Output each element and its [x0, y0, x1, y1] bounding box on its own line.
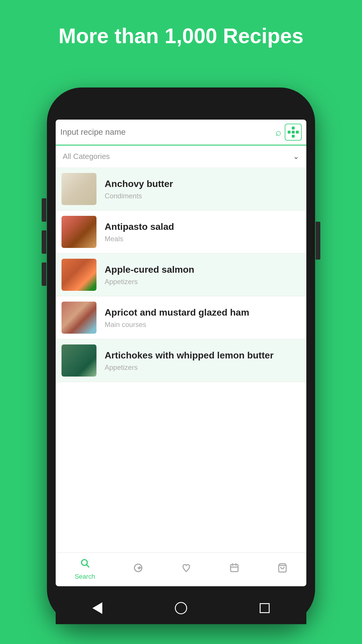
- phone-screen: ⌕ All Categories ⌄: [56, 120, 306, 586]
- power-button: [316, 222, 320, 260]
- search-icon[interactable]: ⌕: [275, 127, 281, 138]
- back-button[interactable]: [90, 601, 105, 615]
- calendar-nav-icon: [229, 563, 239, 575]
- svg-rect-5: [231, 565, 238, 572]
- cart-nav-icon: [277, 563, 287, 575]
- search-nav-icon: [80, 558, 90, 570]
- recipe-info: Anchovy butter Condiments: [105, 178, 301, 200]
- back-icon: [92, 602, 102, 614]
- recipe-category: Appetizers: [105, 278, 301, 286]
- recipe-name: Apple-cured salmon: [105, 264, 301, 275]
- recipe-item[interactable]: Anchovy butter Condiments: [56, 168, 306, 211]
- recipe-thumbnail: [61, 259, 96, 291]
- volume-up-button: [42, 198, 46, 222]
- recipe-name: Apricot and mustard glazed ham: [105, 307, 301, 318]
- grid-icon: [288, 127, 299, 138]
- search-nav-label: Search: [75, 573, 95, 580]
- recipe-info: Apricot and mustard glazed ham Main cour…: [105, 307, 301, 329]
- favorites-nav-icon: [181, 563, 191, 575]
- recipe-category: Appetizers: [105, 363, 301, 372]
- volume-down-button: [42, 230, 46, 254]
- recipe-thumbnail: [61, 216, 96, 248]
- recipe-item[interactable]: Apple-cured salmon Appetizers: [56, 253, 306, 296]
- phone-shell: ⌕ All Categories ⌄: [47, 88, 315, 624]
- home-button[interactable]: [174, 601, 188, 615]
- nav-item-favorites[interactable]: [181, 563, 191, 575]
- bottom-nav: Search: [56, 552, 306, 586]
- android-nav-bar: [56, 592, 306, 624]
- nav-item-search[interactable]: Search: [75, 558, 95, 580]
- recipe-thumbnail: [61, 344, 96, 377]
- recipe-thumbnail: [61, 302, 96, 334]
- recents-button[interactable]: [257, 601, 272, 615]
- category-filter[interactable]: All Categories ⌄: [56, 146, 306, 168]
- recipe-category: Condiments: [105, 192, 301, 200]
- explore-nav-icon: [133, 563, 143, 575]
- mute-button: [42, 262, 46, 286]
- category-label: All Categories: [63, 152, 110, 161]
- recipe-item[interactable]: Apricot and mustard glazed ham Main cour…: [56, 296, 306, 339]
- svg-line-1: [87, 565, 89, 567]
- recipe-info: Artichokes with whipped lemon butter App…: [105, 349, 301, 372]
- recipe-category: Main courses: [105, 321, 301, 329]
- recipe-item[interactable]: Artichokes with whipped lemon butter App…: [56, 339, 306, 382]
- recipe-item[interactable]: Antipasto salad Meals: [56, 211, 306, 253]
- nav-item-explore[interactable]: [133, 563, 143, 575]
- page-title: More than 1,000 Recipes: [0, 0, 362, 66]
- recipe-info: Apple-cured salmon Appetizers: [105, 264, 301, 286]
- recipe-name: Artichokes with whipped lemon butter: [105, 349, 301, 361]
- recipe-thumbnail: [61, 173, 96, 205]
- recipe-name: Antipasto salad: [105, 221, 301, 232]
- search-bar: ⌕: [56, 120, 306, 146]
- recents-icon: [260, 603, 270, 613]
- recipe-list: Anchovy butter Condiments Antipasto sala…: [56, 168, 306, 552]
- search-input[interactable]: [60, 127, 275, 137]
- nav-item-cart[interactable]: [277, 563, 287, 575]
- recipe-name: Anchovy butter: [105, 178, 301, 190]
- grid-view-button[interactable]: [285, 124, 302, 141]
- svg-marker-3: [137, 566, 141, 569]
- chevron-down-icon: ⌄: [293, 152, 299, 161]
- recipe-info: Antipasto salad Meals: [105, 221, 301, 243]
- nav-item-calendar[interactable]: [229, 563, 239, 575]
- home-icon: [175, 602, 187, 614]
- recipe-category: Meals: [105, 235, 301, 243]
